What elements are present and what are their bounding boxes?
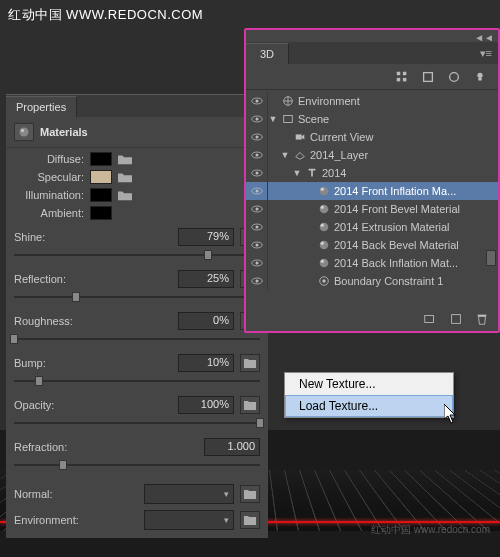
constraint-icon [317, 274, 331, 288]
svg-rect-3 [397, 77, 401, 81]
context-menu-item[interactable]: New Texture... [285, 373, 453, 395]
tab-3d[interactable]: 3D [246, 43, 289, 64]
normal-dropdown[interactable]: ▾ [144, 484, 234, 504]
filter-meshes-icon[interactable] [420, 69, 436, 85]
refraction-label: Refraction: [14, 441, 100, 453]
tree-item[interactable]: Boundary Constraint 1 [246, 272, 498, 290]
bump-value[interactable]: 10% [178, 354, 234, 372]
tab-properties[interactable]: Properties [6, 96, 77, 117]
roughness-value[interactable]: 0% [178, 312, 234, 330]
svg-rect-4 [403, 71, 407, 75]
tree-item[interactable]: Environment [246, 92, 498, 110]
tree-item[interactable]: ▼Scene [246, 110, 498, 128]
mat-icon [317, 256, 331, 270]
visibility-toggle-icon[interactable] [246, 182, 268, 200]
tree-item[interactable]: 2014 Back Inflation Mat... [246, 254, 498, 272]
svg-point-41 [320, 259, 329, 268]
tree-item[interactable]: 2014 Extrusion Material [246, 218, 498, 236]
3d-scene-tree[interactable]: Environment▼SceneCurrent View▼2014_Layer… [246, 90, 498, 292]
visibility-toggle-icon[interactable] [246, 128, 268, 146]
filter-lights-icon[interactable] [472, 69, 488, 85]
visibility-toggle-icon[interactable] [246, 146, 268, 164]
visibility-toggle-icon[interactable] [246, 272, 268, 290]
visibility-toggle-icon[interactable] [246, 200, 268, 218]
svg-point-33 [320, 223, 329, 232]
disclosure-triangle-icon[interactable]: ▼ [280, 150, 290, 160]
bump-texture-button[interactable] [240, 354, 260, 372]
visibility-toggle-icon[interactable] [246, 164, 268, 182]
visibility-toggle-icon[interactable] [246, 110, 268, 128]
tree-item[interactable]: Current View [246, 128, 498, 146]
refraction-row: Refraction: 1.000 [14, 438, 260, 472]
specular-swatch[interactable] [90, 170, 112, 184]
svg-point-8 [477, 72, 482, 77]
svg-point-22 [255, 172, 258, 175]
diffuse-swatch[interactable] [90, 152, 112, 166]
tree-item[interactable]: 2014 Front Bevel Material [246, 200, 498, 218]
refraction-slider[interactable] [14, 458, 260, 472]
bump-slider[interactable] [14, 374, 260, 388]
opacity-slider[interactable] [14, 416, 260, 430]
svg-rect-9 [478, 77, 482, 80]
env-icon [281, 94, 295, 108]
svg-point-26 [321, 188, 324, 191]
illumination-texture-button[interactable] [118, 189, 132, 201]
visibility-toggle-icon[interactable] [246, 92, 268, 110]
illumination-swatch[interactable] [90, 188, 112, 202]
add-layer-icon[interactable] [422, 311, 438, 327]
visibility-toggle-icon[interactable] [246, 218, 268, 236]
normal-label: Normal: [14, 488, 53, 500]
mat-icon [317, 220, 331, 234]
diffuse-texture-button[interactable] [118, 153, 132, 165]
tree-item[interactable]: ▼2014_Layer [246, 146, 498, 164]
svg-point-29 [320, 205, 329, 214]
disclosure-triangle-icon[interactable]: ▼ [268, 114, 278, 124]
tree-item[interactable]: ▼2014 [246, 164, 498, 182]
shine-slider[interactable] [14, 248, 260, 262]
panel-collapse-icon[interactable]: ◄◄ [474, 32, 494, 43]
opacity-value[interactable]: 100% [178, 396, 234, 414]
visibility-toggle-icon[interactable] [246, 236, 268, 254]
svg-point-0 [20, 128, 29, 137]
specular-texture-button[interactable] [118, 171, 132, 183]
svg-rect-49 [478, 315, 487, 317]
tree-item-label: Environment [298, 95, 360, 107]
shine-row: Shine: 79% [14, 228, 260, 262]
mat-icon [317, 184, 331, 198]
refraction-value[interactable]: 1.000 [204, 438, 260, 456]
environment-texture-button[interactable] [240, 511, 260, 529]
properties-tabbar: Properties ▾≡ [6, 95, 268, 117]
roughness-slider[interactable] [14, 332, 260, 346]
tree-item[interactable]: 2014 Front Inflation Ma... [246, 182, 498, 200]
watermark-text: 红动中国 WWW.REDOCN.COM [8, 6, 203, 24]
camera-icon [293, 130, 307, 144]
tree-scrollbar[interactable] [486, 250, 496, 266]
3d-panel-menu-icon[interactable]: ▾≡ [474, 47, 498, 60]
normal-texture-button[interactable] [240, 485, 260, 503]
trash-icon[interactable] [474, 311, 490, 327]
ambient-swatch[interactable] [90, 206, 112, 220]
shine-value[interactable]: 79% [178, 228, 234, 246]
svg-rect-47 [425, 316, 434, 323]
visibility-toggle-icon[interactable] [246, 254, 268, 272]
svg-point-30 [321, 206, 324, 209]
context-menu-item[interactable]: Load Texture... [285, 395, 453, 417]
svg-point-38 [321, 242, 324, 245]
opacity-texture-button[interactable] [240, 396, 260, 414]
filter-scene-icon[interactable] [394, 69, 410, 85]
3d-panel: ◄◄ 3D ▾≡ Environment▼SceneCurrent View▼2… [244, 28, 500, 333]
reflection-slider[interactable] [14, 290, 260, 304]
tree-item[interactable]: 2014 Back Bevel Material [246, 236, 498, 254]
mouse-cursor-icon [444, 404, 458, 426]
tree-item-label: Scene [298, 113, 329, 125]
new-icon[interactable] [448, 311, 464, 327]
disclosure-triangle-icon[interactable]: ▼ [292, 168, 302, 178]
roughness-label: Roughness: [14, 315, 100, 327]
environment-dropdown[interactable]: ▾ [144, 510, 234, 530]
text3d-icon [305, 166, 319, 180]
svg-rect-15 [284, 116, 293, 123]
filter-materials-icon[interactable] [446, 69, 462, 85]
reflection-value[interactable]: 25% [178, 270, 234, 288]
svg-point-40 [255, 262, 258, 265]
svg-point-34 [321, 224, 324, 227]
